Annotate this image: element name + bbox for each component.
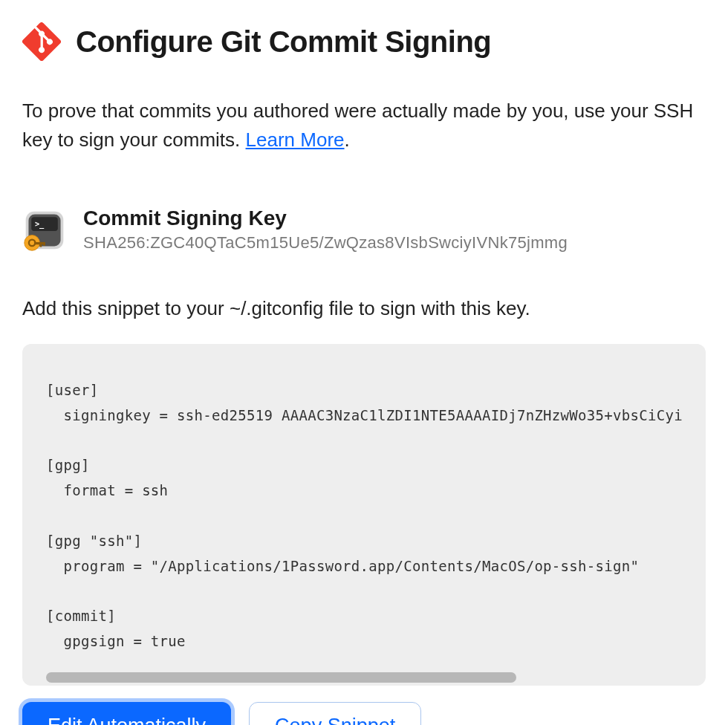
- svg-rect-8: [43, 242, 45, 246]
- gitconfig-snippet-block: [user] signingkey = ssh-ed25519 AAAAC3Nz…: [22, 344, 706, 686]
- page-title: Configure Git Commit Signing: [76, 25, 491, 59]
- scrollbar-thumb[interactable]: [46, 672, 516, 683]
- copy-snippet-button[interactable]: Copy Snippet: [249, 702, 421, 725]
- description-before-link: To prove that commits you authored were …: [22, 100, 693, 151]
- signing-key-info: Commit Signing Key SHA256:ZGC40QTaC5m15U…: [83, 207, 568, 253]
- svg-text:>_: >_: [35, 219, 45, 229]
- description-after-link: .: [345, 129, 350, 151]
- signing-key-section: >_ Commit Signing Key SHA256:ZGC40QTaC5m…: [22, 207, 706, 253]
- edit-automatically-button[interactable]: Edit Automatically: [22, 702, 231, 725]
- svg-rect-6: [34, 242, 45, 244]
- git-icon: [22, 22, 61, 61]
- page-header: Configure Git Commit Signing: [22, 22, 706, 61]
- description-text: To prove that commits you authored were …: [22, 97, 706, 155]
- signing-key-title: Commit Signing Key: [83, 207, 568, 230]
- code-scroll-area[interactable]: [user] signingkey = ssh-ed25519 AAAAC3Nz…: [46, 378, 682, 654]
- snippet-instructions: Add this snippet to your ~/.gitconfig fi…: [22, 297, 706, 320]
- horizontal-scrollbar[interactable]: [46, 672, 682, 683]
- svg-rect-7: [39, 242, 42, 247]
- learn-more-link[interactable]: Learn More: [246, 129, 345, 151]
- gitconfig-code: [user] signingkey = ssh-ed25519 AAAAC3Nz…: [46, 378, 682, 654]
- signing-key-fingerprint: SHA256:ZGC40QTaC5m15Ue5/ZwQzas8VIsbSwciy…: [83, 233, 568, 253]
- action-buttons: Edit Automatically Copy Snippet: [22, 702, 706, 725]
- terminal-key-icon: >_: [22, 208, 67, 253]
